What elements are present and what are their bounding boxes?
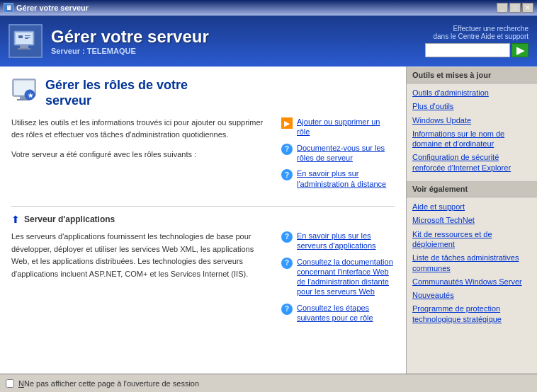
role-body-link-2: ? Consultez les étapes suivantes pour ce…: [281, 303, 395, 323]
status-bar: NNe pas afficher cette page à l'ouvertur…: [0, 374, 537, 392]
page-header: ★ Gérer les rôles de votre serveur: [11, 78, 395, 108]
role-body: Les serveurs d'applications fournissent …: [11, 231, 395, 328]
right-sidebar: Outils et mises à jour Outils d'administ…: [406, 67, 537, 374]
svg-text:★: ★: [28, 92, 34, 99]
role-body-question-icon-2: ?: [281, 304, 293, 315]
see-also-link-1[interactable]: Microsoft TechNet: [412, 215, 531, 225]
see-also-link-0[interactable]: Aide et support: [412, 202, 531, 212]
maximize-button[interactable]: □: [509, 3, 521, 13]
role-link-text-1[interactable]: Documentez-vous sur les rôles de serveur: [297, 143, 395, 163]
no-show-checkbox[interactable]: [6, 379, 14, 388]
question-icon-1: ?: [281, 144, 293, 155]
role-body-link-text-2[interactable]: Consultez les étapes suivantes pour ce r…: [297, 303, 395, 323]
page-description: Utilisez les outils et les informations …: [11, 117, 270, 140]
svg-rect-7: [25, 38, 28, 39]
svg-rect-3: [18, 48, 30, 50]
page-title-block: Gérer les rôles de votre serveur: [45, 78, 188, 108]
role-body-link-text-0[interactable]: En savoir plus sur les serveurs d'applic…: [297, 231, 395, 251]
role-link-1: ? Documentez-vous sur les rôles de serve…: [281, 143, 395, 163]
search-label-line1: Effectuer une recherche: [453, 25, 528, 33]
tools-section: Outils et mises à jour Outils d'administ…: [407, 67, 537, 180]
role-section-title: Serveur d'applications: [24, 214, 115, 224]
header-title: Gérer votre serveur: [51, 27, 209, 47]
page-title: Gérer les rôles de votre serveur: [45, 78, 188, 108]
tools-link-3[interactable]: Informations sur le nom de domaine et d'…: [412, 129, 531, 149]
configured-text: Votre serveur a été configuré avec les r…: [11, 149, 270, 161]
header-left: Gérer votre serveur Serveur : TELEMAQUE: [9, 24, 209, 58]
role-body-question-icon-0: ?: [281, 231, 293, 243]
role-link-text-0[interactable]: Ajouter ou supprimer un rôle: [297, 117, 395, 137]
search-label: Effectuer une recherche dans le Centre A…: [433, 25, 528, 40]
svg-rect-2: [20, 45, 28, 48]
roles-description: Utilisez les outils et les informations …: [11, 117, 270, 195]
left-content: ★ Gérer les rôles de votre serveur Utili…: [0, 67, 406, 374]
header: Gérer votre serveur Serveur : TELEMAQUE …: [0, 16, 537, 67]
see-also-link-6[interactable]: Programme de protection technologique st…: [412, 304, 531, 324]
tools-link-2[interactable]: Windows Update: [412, 115, 531, 125]
see-also-header: Voir également: [407, 180, 537, 197]
role-body-links: ? En savoir plus sur les serveurs d'appl…: [281, 231, 395, 328]
svg-rect-5: [25, 35, 30, 36]
search-label-line2: dans le Centre Aide et support: [433, 33, 528, 40]
header-search: Effectuer une recherche dans le Centre A…: [425, 25, 528, 57]
title-bar: 🖥 Gérer votre serveur _ □ ✕: [0, 0, 537, 16]
see-also-link-5[interactable]: Nouveautés: [412, 290, 531, 300]
role-link-0: ▶ Ajouter ou supprimer un rôle: [281, 117, 395, 137]
see-also-link-2[interactable]: Kit de ressources et de déploiement: [412, 229, 531, 250]
subtitle-prefix: Serveur :: [51, 47, 87, 55]
roles-section: Utilisez les outils et les informations …: [11, 117, 395, 195]
role-section: ⬆ Serveur d'applications Les serveurs d'…: [11, 206, 395, 328]
search-input[interactable]: [425, 43, 510, 57]
role-link-text-2[interactable]: En savoir plus sur l'administration à di…: [297, 168, 395, 189]
role-body-link-text-1[interactable]: Consultez la documentation concernant l'…: [297, 257, 395, 297]
page-header-icon: ★: [11, 78, 37, 103]
title-bar-icon: 🖥: [4, 3, 13, 13]
role-link-2: ? En savoir plus sur l'administration à …: [281, 168, 395, 189]
see-also-link-3[interactable]: Liste de tâches administratives communes: [412, 253, 531, 273]
svg-rect-1: [16, 33, 33, 44]
see-also-links: Aide et support Microsoft TechNet Kit de…: [407, 197, 537, 332]
see-also-section: Voir également Aide et support Microsoft…: [407, 180, 537, 332]
main-container: ★ Gérer les rôles de votre serveur Utili…: [0, 67, 537, 374]
search-button[interactable]: ▶: [511, 43, 528, 57]
tools-link-0[interactable]: Outils d'administration: [412, 88, 531, 98]
role-body-question-icon-1: ?: [281, 258, 293, 269]
role-body-link-1: ? Consultez la documentation concernant …: [281, 257, 395, 297]
status-bar-underline: N: [18, 379, 24, 388]
header-title-block: Gérer votre serveur Serveur : TELEMAQUE: [51, 27, 209, 55]
title-bar-text: Gérer votre serveur: [16, 4, 89, 12]
title-bar-controls[interactable]: _ □ ✕: [497, 3, 533, 13]
tools-section-header: Outils et mises à jour: [407, 67, 537, 83]
roles-links: ▶ Ajouter ou supprimer un rôle ? Documen…: [281, 117, 395, 195]
arrow-icon-0: ▶: [281, 117, 293, 129]
server-name: TELEMAQUE: [87, 47, 136, 55]
status-bar-text: NNe pas afficher cette page à l'ouvertur…: [18, 379, 199, 388]
close-button[interactable]: ✕: [522, 3, 533, 13]
svg-rect-4: [18, 35, 23, 38]
search-row: ▶: [425, 43, 528, 57]
question-icon-2: ?: [281, 169, 293, 180]
collapse-icon[interactable]: ⬆: [11, 214, 20, 225]
tools-links: Outils d'administration Plus d'outils Wi…: [407, 83, 537, 180]
title-bar-left: 🖥 Gérer votre serveur: [4, 3, 89, 13]
tools-link-4[interactable]: Configuration de sécurité renforcée d'In…: [412, 152, 531, 173]
role-body-description: Les serveurs d'applications fournissent …: [11, 231, 270, 328]
role-section-header: ⬆ Serveur d'applications: [11, 214, 395, 225]
svg-rect-6: [25, 37, 30, 38]
role-body-link-0: ? En savoir plus sur les serveurs d'appl…: [281, 231, 395, 251]
header-subtitle: Serveur : TELEMAQUE: [51, 47, 209, 55]
tools-link-1[interactable]: Plus d'outils: [412, 101, 531, 111]
header-icon: [9, 24, 43, 58]
see-also-link-4[interactable]: Communautés Windows Server: [412, 277, 531, 287]
minimize-button[interactable]: _: [497, 3, 508, 13]
